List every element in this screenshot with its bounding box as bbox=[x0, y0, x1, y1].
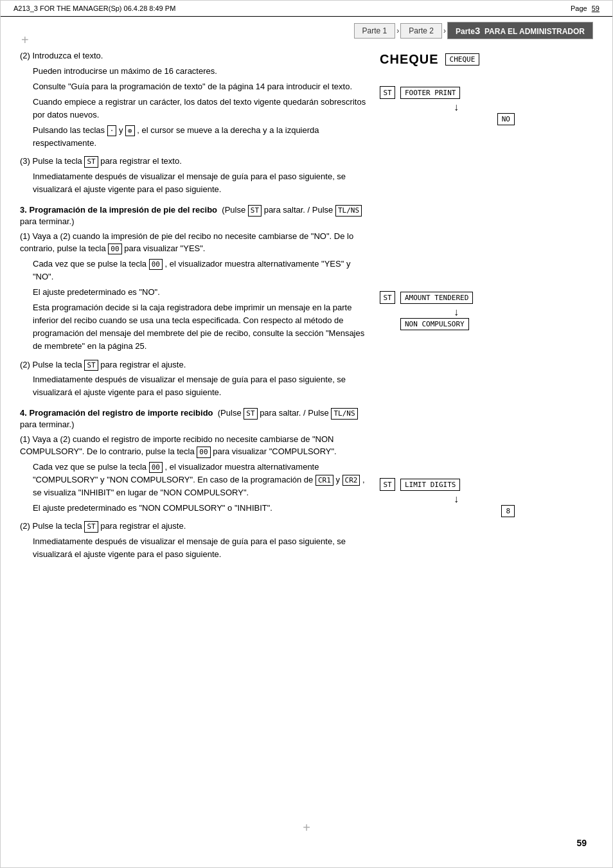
s4-step1-text5: El ajuste predeterminado es "NON COMPULS… bbox=[33, 502, 367, 515]
key-dot: · bbox=[107, 125, 117, 136]
header-title: A213_3 FOR THE MANAGER(Sp) 06.4.28 8:49 … bbox=[13, 4, 175, 12]
nav-parte2[interactable]: Parte 2 bbox=[400, 23, 442, 39]
main-section: (2) Introduzca el texto. Pueden introduc… bbox=[1, 49, 612, 565]
limit-digits-diagram: ST LIMIT DIGITS ↓ 8 bbox=[380, 478, 515, 517]
right-panel: CHEQUE CHEQUE ST FOOTER PRINT ↓ NO ST bbox=[380, 49, 515, 565]
num8-box: 8 bbox=[501, 505, 515, 517]
key-st-s3: ST bbox=[248, 205, 262, 216]
key-st-s4b: ST bbox=[84, 521, 98, 532]
no-box: NO bbox=[497, 113, 515, 125]
s3-step2-text2: Inmediatamente después de visualizar el … bbox=[33, 373, 367, 399]
step2-text3: Cuando empiece a registrar un carácter, … bbox=[33, 96, 367, 121]
step2-label: (2) Introduzca el texto. bbox=[20, 51, 103, 60]
limit-arrow: ↓ bbox=[380, 493, 515, 505]
key-tlns-s4: TL/NS bbox=[331, 408, 357, 419]
section4-heading: 4. Programación del registro de importe … bbox=[20, 408, 367, 429]
step3-text2: Inmediatamente después de visualizar el … bbox=[33, 170, 367, 196]
key-00-s4: 00 bbox=[197, 447, 210, 457]
key-tlns-s3: TL/NS bbox=[335, 205, 362, 216]
s3-step1-text4: El ajuste predeterminado es "NO". bbox=[33, 286, 367, 299]
left-column: (2) Introduzca el texto. Pueden introduc… bbox=[20, 49, 367, 565]
page-number: 59 bbox=[576, 838, 587, 848]
s3-step2: (2) Pulse la tecla ST para registrar el … bbox=[20, 359, 367, 400]
key-cr1-s4: CR1 bbox=[315, 475, 333, 486]
st-box-3: ST bbox=[380, 478, 395, 491]
footer-print-box: FOOTER PRINT bbox=[400, 87, 460, 99]
s4-step1: (1) Vaya a (2) cuando el registro de imp… bbox=[20, 433, 367, 515]
step2-text1: Pueden introducirse un máximo de 16 cara… bbox=[33, 65, 367, 78]
key-st-s3b: ST bbox=[84, 360, 98, 371]
page-info: Page 59 bbox=[571, 4, 600, 12]
cheque-diagram: CHEQUE CHEQUE bbox=[380, 52, 515, 67]
amount-arrow: ↓ bbox=[380, 306, 515, 318]
st-box-2: ST bbox=[380, 291, 395, 304]
spacer-s4 bbox=[380, 350, 515, 478]
footer-arrow: ↓ bbox=[380, 102, 515, 113]
amount-tendered-diagram: ST AMOUNT TENDERED ↓ NON COMPULSORY bbox=[380, 291, 515, 330]
nav-tabs: Parte 1 › Parte 2 › Parte3 PARA EL ADMIN… bbox=[1, 17, 612, 39]
s3-step1-text2: Cada vez que se pulse la tecla 00 , el v… bbox=[33, 258, 367, 283]
step2-text4: Pulsando las teclas · y ⊗ , el cursor se… bbox=[33, 124, 367, 150]
spacer-s3 bbox=[380, 145, 515, 286]
limit-digits-box: LIMIT DIGITS bbox=[400, 479, 460, 491]
nav-arrow1: › bbox=[395, 26, 400, 35]
s4-step1-text2: Cada vez que se pulse la tecla 00 , el v… bbox=[33, 461, 367, 499]
amount-tendered-box: AMOUNT TENDERED bbox=[400, 292, 473, 304]
nav-arrow2: › bbox=[442, 26, 447, 35]
key-x: ⊗ bbox=[125, 125, 135, 136]
non-compulsory-box: NON COMPULSORY bbox=[400, 318, 469, 330]
footer-print-diagram: ST FOOTER PRINT ↓ NO bbox=[380, 86, 515, 125]
cheque-box: CHEQUE bbox=[445, 53, 480, 66]
s4-step2: (2) Pulse la tecla ST para registrar el … bbox=[20, 520, 367, 561]
top-bar: A213_3 FOR THE MANAGER(Sp) 06.4.28 8:49 … bbox=[1, 1, 612, 17]
nav-parte3[interactable]: Parte3 PARA EL ADMINISTRADOR bbox=[447, 22, 593, 39]
step2-intro: (2) Introduzca el texto. Pueden introduc… bbox=[20, 49, 367, 150]
key-cr2-s4: CR2 bbox=[342, 475, 360, 486]
key-st-s4: ST bbox=[244, 408, 257, 419]
step3-block: (3) Pulse la tecla ST para registrar el … bbox=[20, 155, 367, 196]
key-00b-s4: 00 bbox=[149, 462, 163, 473]
key-st: ST bbox=[84, 156, 98, 167]
st-box-1: ST bbox=[380, 86, 395, 99]
step2-text2: Consulte "Guía para la programación de t… bbox=[33, 80, 367, 93]
cheque-label: CHEQUE bbox=[380, 52, 439, 67]
s3-step1-text5: Esta programación decide si la caja regi… bbox=[33, 301, 367, 353]
key-00-s3: 00 bbox=[108, 244, 121, 254]
s3-step1: (1) Vaya a (2) cuando la impresión de pi… bbox=[20, 230, 367, 353]
nav-parte1[interactable]: Parte 1 bbox=[354, 23, 396, 39]
key-00b-s3: 00 bbox=[149, 259, 163, 270]
section3-heading: 3. Programación de la impresión de pie d… bbox=[20, 205, 367, 226]
s4-step2-text2: Inmediatamente después de visualizar el … bbox=[33, 535, 367, 561]
